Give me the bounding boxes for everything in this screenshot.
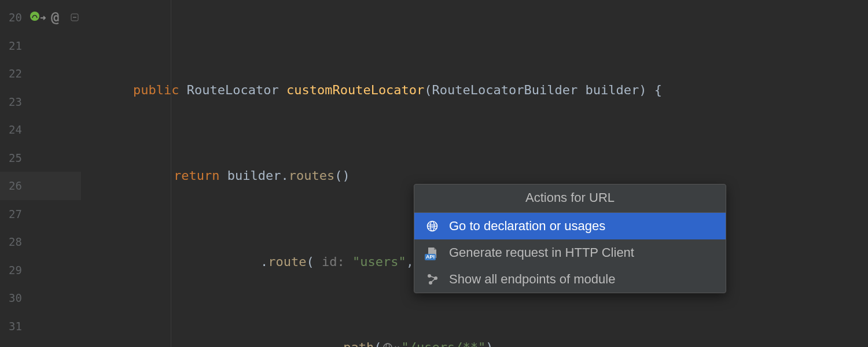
- line-number: 23: [0, 95, 25, 108]
- inlay-hint: id:: [314, 254, 352, 269]
- chevron-down-icon[interactable]: [394, 345, 400, 347]
- punct: (: [424, 83, 432, 97]
- line-number: 26: [0, 179, 25, 192]
- fold-toggle-icon[interactable]: [68, 3, 81, 32]
- globe-icon: [425, 220, 440, 232]
- popup-item-label: Show all endpoints of module: [449, 272, 715, 287]
- api-file-icon: API: [425, 246, 440, 259]
- string-literal: "users": [352, 254, 406, 269]
- parameter: builder: [586, 83, 639, 97]
- line-number: 24: [0, 123, 25, 136]
- method-call: path: [343, 340, 374, 347]
- line-number: 30: [0, 291, 25, 304]
- url-globe-icon[interactable]: [382, 342, 400, 347]
- punct: ) {: [639, 83, 662, 97]
- popup-item-label: Go to declaration or usages: [449, 219, 715, 234]
- line-number: 25: [0, 152, 25, 164]
- method-call: routes: [289, 168, 334, 183]
- keyword: public: [133, 83, 179, 97]
- svg-point-3: [384, 344, 392, 347]
- svg-line-19: [431, 278, 436, 283]
- line-number: 20: [0, 11, 25, 24]
- popup-item-http[interactable]: API Generate request in HTTP Client: [414, 239, 726, 266]
- keyword: return: [174, 168, 219, 183]
- type: RouteLocator: [187, 83, 279, 97]
- method-name: customRouteLocator: [286, 83, 424, 97]
- code-area[interactable]: public RouteLocator customRouteLocator (…: [81, 0, 868, 347]
- code-line[interactable]: . path ( " /users/** " ): [93, 334, 868, 348]
- ident: builder.: [227, 168, 289, 183]
- line-number: 29: [0, 264, 25, 276]
- code-line[interactable]: public RouteLocator customRouteLocator (…: [93, 76, 868, 104]
- punct: (): [334, 168, 350, 183]
- endpoints-graph-icon: [425, 273, 440, 286]
- popup-item-label: Generate request in HTTP Client: [449, 245, 715, 260]
- url-path[interactable]: /users/**: [409, 340, 478, 347]
- line-number: 27: [0, 208, 25, 220]
- method-call: route: [268, 254, 306, 269]
- line-number: 31: [0, 320, 25, 333]
- spring-bean-icon[interactable]: [29, 10, 41, 25]
- line-number: 28: [0, 235, 25, 248]
- popup-item-endpoints[interactable]: Show all endpoints of module: [414, 266, 726, 293]
- api-badge: API: [425, 254, 436, 260]
- popup-item-goto[interactable]: Go to declaration or usages: [414, 213, 726, 239]
- code-editor[interactable]: 20 @ 21 22 23 24 25 26 27 28 29 30 31: [0, 0, 868, 347]
- svg-point-0: [30, 12, 39, 21]
- actions-popup: Actions for URL Go to declaration or usa…: [414, 184, 726, 293]
- popup-title: Actions for URL: [414, 184, 726, 213]
- svg-point-4: [386, 344, 389, 347]
- line-number: 22: [0, 67, 25, 80]
- implements-arrow-icon[interactable]: [39, 10, 47, 25]
- annotation-at-icon[interactable]: @: [51, 9, 59, 25]
- line-number: 21: [0, 39, 25, 52]
- type: RouteLocatorBuilder: [432, 83, 578, 97]
- gutter: 20 @ 21 22 23 24 25 26 27 28 29 30 31: [0, 0, 81, 347]
